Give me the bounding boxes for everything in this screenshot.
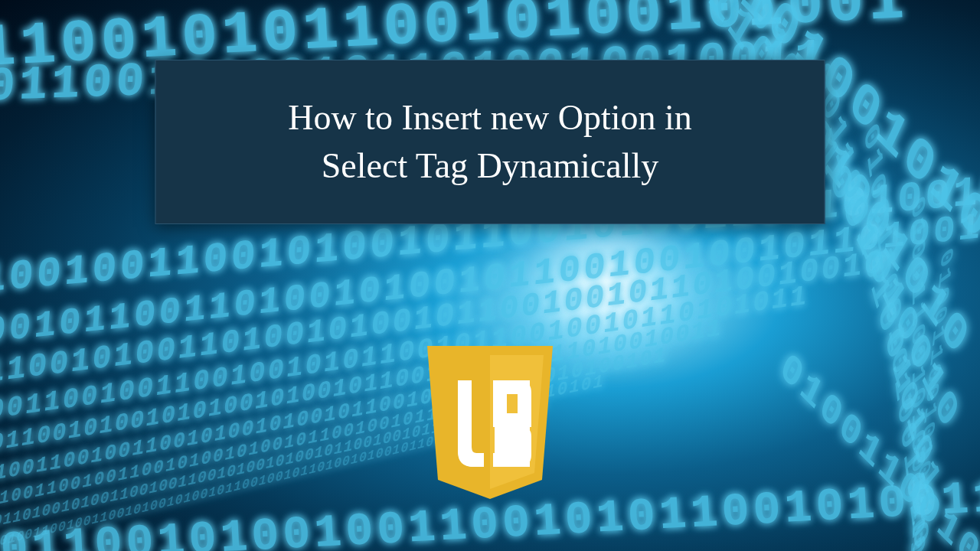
svg-rect-2 <box>458 380 472 448</box>
binary-ring: 0100101100110100101001011001001001011010… <box>0 204 980 358</box>
binary-ring: 0100110010100101011 <box>899 243 956 551</box>
binary-ring: 0010011001001100101001010010110010010110… <box>0 344 668 491</box>
js-shield-icon <box>421 346 559 503</box>
title-line-2: Select Tag Dynamically <box>322 146 658 185</box>
binary-ring: 010011001010 <box>773 344 980 551</box>
binary-ring: 0010011001001100101001010010110010010110… <box>0 420 494 551</box>
binary-ring: 01001100101001010 <box>859 115 934 551</box>
binary-ring: 0011001010010101 <box>807 52 946 506</box>
svg-rect-7 <box>493 453 530 467</box>
title-panel: How to Insert new Option in Select Tag D… <box>155 60 825 224</box>
title-line-1: How to Insert new Option in <box>288 98 692 137</box>
javascript-logo <box>421 346 559 503</box>
binary-ring: 010011001010010101 <box>907 190 929 552</box>
title-text: How to Insert new Option in Select Tag D… <box>288 94 692 189</box>
svg-rect-6 <box>516 420 530 458</box>
